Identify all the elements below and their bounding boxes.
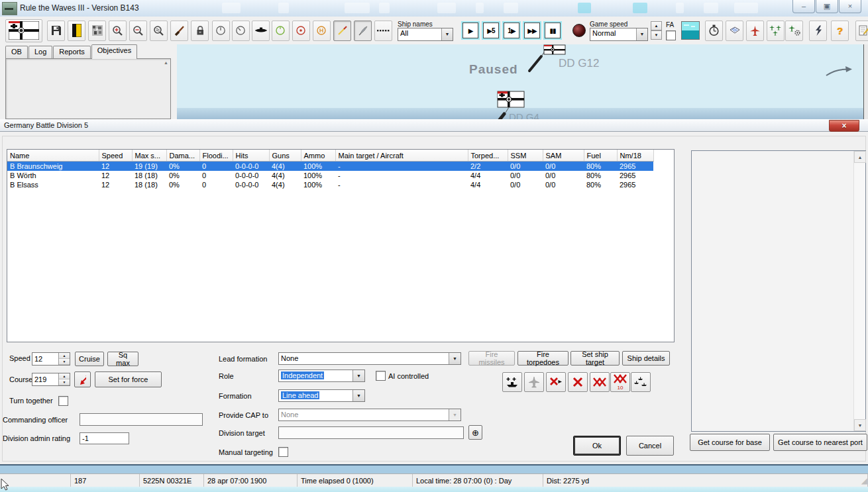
ai-controlled-checkbox[interactable] [376,371,386,381]
aircraft-settings-button[interactable] [785,21,803,41]
lead-formation-dropdown[interactable]: None ▼ [278,352,461,365]
cancel-all-orders-button[interactable] [590,372,610,392]
pick-target-button[interactable]: ⊕ [468,425,482,440]
formation-dropdown[interactable]: Line ahead ▼ [278,389,365,402]
ship-details-button[interactable]: Ship details [622,351,670,366]
stopwatch-button[interactable] [705,21,723,41]
trail-dots-button[interactable] [374,21,392,41]
sea-color-swatch[interactable] [681,21,700,40]
fire-torpedoes-button[interactable]: Fire torpedoes [517,351,569,366]
signal-book-button[interactable] [726,21,743,41]
column-header[interactable]: Dama... [166,150,199,162]
save-button[interactable] [47,21,65,41]
column-header[interactable]: Nm/18 [617,150,653,162]
cancel-order-button[interactable] [568,372,588,392]
range-circle-2-button[interactable] [232,21,250,41]
german-ensign-flag-button[interactable] [5,19,42,42]
window-titlebar[interactable]: Rule the Waves III - Version B143 – ▣ × [0,0,868,17]
up-arrow-icon[interactable]: ▲ [59,353,70,359]
tab-objectives[interactable]: Objectives [91,44,137,59]
right-listbox[interactable]: ▲ ▼ [691,150,866,432]
pause-button[interactable]: ▮▮ [545,23,561,38]
resize-grip[interactable]: ◢ [861,476,867,485]
zoom-in-button[interactable] [109,21,127,41]
quill-button[interactable] [354,21,372,41]
cancel-button[interactable]: Cancel [626,436,674,456]
launch-aircraft-button[interactable] [524,372,544,392]
get-course-to-nearest-port-button[interactable]: Get course to nearest port [773,434,867,451]
red-circle-button[interactable] [292,21,310,41]
splash-line-button[interactable] [333,21,351,41]
play-5-button[interactable]: ▶5 [483,23,499,38]
table-row[interactable]: B Wörth1218 (18)0%00-0-0-04(4)100%-4/40/… [7,171,653,180]
column-header[interactable]: SSM [508,150,543,162]
tab-ob[interactable]: OB [5,46,28,59]
column-header[interactable]: Main target / Aircraft [335,150,468,162]
map-scrollbar[interactable] [863,44,868,119]
game-speed-dropdown[interactable]: Normal ▼ [590,28,648,41]
ship-silhouette-button[interactable] [252,21,270,41]
course-input[interactable] [32,373,58,385]
play-step-button[interactable]: 1▶ [504,23,519,38]
role-dropdown[interactable]: Independent ▼ [278,369,365,382]
zoom-out-button[interactable] [129,21,147,41]
dialog-close-button[interactable]: × [829,120,859,132]
play-fast-button[interactable]: ▶▶ [524,23,540,38]
maximize-button[interactable]: ▣ [816,0,838,13]
range-circle-button[interactable] [212,21,230,41]
green-circle-button[interactable] [272,21,290,41]
record-indicator[interactable] [572,24,586,37]
set-for-force-button[interactable]: Set for force [95,371,162,387]
set-course-arrow-button[interactable] [74,371,91,387]
turn-together-checkbox[interactable] [58,396,68,406]
play-button[interactable]: ▶ [462,23,478,38]
help-button[interactable]: ? [831,21,849,41]
zoom-reset-button[interactable] [150,21,168,41]
fa-checkbox[interactable] [666,30,676,40]
close-button[interactable]: × [839,0,861,13]
commanding-officer-field[interactable] [80,413,203,426]
cruise-button[interactable]: Cruise [75,352,104,366]
screenshot-button[interactable] [88,21,106,41]
scroll-down-icon[interactable]: ▼ [854,419,866,431]
up-arrow-icon[interactable]: ▲ [651,21,662,30]
set-ship-target-button[interactable]: Set ship target [570,351,620,366]
clear-target-button[interactable] [546,372,566,392]
objectives-panel[interactable]: ▲ [5,58,171,119]
column-header[interactable]: Fuel [584,150,617,162]
column-header[interactable]: Guns [269,150,301,162]
table-row[interactable]: B Braunschweig1219 (19)0%00-0-0-04(4)100… [7,162,653,172]
tactical-map[interactable]: Paused DD G12 DD G4 [177,44,868,119]
lightning-button[interactable] [809,21,827,41]
get-course-for-base-button[interactable]: Get course for base [690,434,770,451]
ok-button[interactable]: Ok [573,436,621,456]
course-stepper[interactable]: ▲▼ [32,373,70,386]
signal-flag-button[interactable] [68,21,85,41]
column-header[interactable]: Max s... [132,150,166,162]
manual-targeting-checkbox[interactable] [278,447,288,457]
scroll-up-icon[interactable]: ▲ [164,60,168,65]
division-target-field[interactable] [278,426,464,439]
column-header[interactable]: Hits [233,150,269,162]
column-header[interactable]: Floodi... [199,150,233,162]
dialog-titlebar[interactable]: Germany Battle Division 5 × [0,119,868,132]
enemy-aircraft-button[interactable] [746,21,764,41]
minimize-button[interactable]: – [792,0,815,13]
fire-missiles-button[interactable]: Fire missiles [468,351,515,366]
down-arrow-icon[interactable]: ▼ [651,30,662,40]
cancel-orders-10-button[interactable]: 10 [610,372,630,392]
scroll-up-icon[interactable]: ▲ [854,151,866,163]
division-admin-rating-field[interactable] [80,432,129,444]
game-speed-stepper[interactable]: ▲▼ [651,21,662,40]
friendly-aircraft-button[interactable] [767,21,785,41]
speed-stepper[interactable]: ▲▼ [32,352,70,366]
column-header[interactable]: Ammo [301,150,335,162]
formation-ships-button[interactable] [631,372,651,392]
tab-log[interactable]: Log [28,46,52,59]
listbox-scrollbar[interactable]: ▲ ▼ [853,151,865,431]
down-arrow-icon[interactable]: ▼ [59,359,70,365]
notes-button[interactable] [855,21,868,41]
add-ship-button[interactable] [502,372,522,392]
tab-reports[interactable]: Reports [53,46,91,59]
ship-names-dropdown[interactable]: All ▼ [398,28,453,41]
